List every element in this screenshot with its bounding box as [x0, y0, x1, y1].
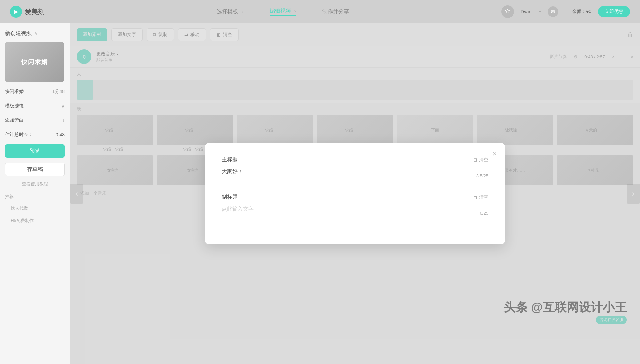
- sidebar-sub-item-1[interactable]: · 找人代做: [5, 205, 65, 212]
- text-edit-modal: × 主标题 🗑 清空 大家好！ 3.5/25 副标题: [205, 143, 505, 244]
- logo-text: 爱美刻: [25, 7, 45, 16]
- modal-section-title-1: 主标题: [222, 156, 238, 163]
- modal-section-header-2: 副标题 🗑 清空: [222, 194, 488, 201]
- modal-clear-subtitle-button[interactable]: 🗑 清空: [473, 194, 488, 200]
- header-nav: 选择模板 › 编辑视频 › 制作并分享: [65, 8, 501, 16]
- nav-arrow-1: ›: [241, 9, 243, 14]
- modal-subtitle-input[interactable]: 点此输入文字: [222, 206, 488, 216]
- sidebar-template-row: 快闪求婚 1分48: [5, 87, 65, 96]
- modal-clear-title-button[interactable]: 🗑 清空: [473, 157, 488, 163]
- modal-title-input-area[interactable]: 大家好！ 3.5/25: [222, 168, 488, 182]
- sidebar: 新创建视频 ✎ 快闪求婚 快闪求婚 1分48 模板滤镜 ∧ 添加旁白 ↓ 估计总…: [0, 23, 70, 364]
- project-title: 新创建视频 ✎: [5, 30, 65, 37]
- dropdown-icon[interactable]: ▾: [539, 9, 541, 14]
- save-draft-button[interactable]: 存草稿: [5, 163, 65, 176]
- template-preview: 快闪求婚: [5, 42, 64, 82]
- modal-section-header-1: 主标题 🗑 清空: [222, 156, 488, 163]
- filter-collapse-icon[interactable]: ∧: [61, 103, 65, 109]
- nav-step-2[interactable]: 编辑视频 ›: [270, 8, 296, 16]
- sidebar-sub-item-2[interactable]: · H5免费制作: [5, 217, 65, 224]
- nav-arrow-2: ›: [294, 8, 296, 14]
- avatar: Yo: [501, 5, 514, 18]
- logo-icon: ▶: [10, 6, 22, 18]
- main-layout: 新创建视频 ✎ 快闪求婚 快闪求婚 1分48 模板滤镜 ∧ 添加旁白 ↓ 估计总…: [0, 23, 640, 364]
- logo[interactable]: ▶ 爱美刻: [10, 6, 45, 18]
- header: ▶ 爱美刻 选择模板 › 编辑视频 › 制作并分享 Yo Dyani ▾ ✉ 余…: [0, 0, 640, 23]
- balance-display: 余额：¥0: [572, 9, 591, 15]
- nav-step-1[interactable]: 选择模板 ›: [217, 8, 243, 15]
- content-area: 添加素材 添加文字 ⧉ 复制 ⇄ 移动 🗑 清空 🗑 ♫: [70, 23, 640, 364]
- edit-title-icon[interactable]: ✎: [34, 31, 38, 36]
- modal-subtitle-char-count: 0/25: [480, 211, 488, 216]
- divider: [565, 7, 565, 17]
- modal-title-input[interactable]: 大家好！: [222, 168, 488, 178]
- user-name: Dyani: [521, 9, 533, 14]
- sidebar-section-label: 推荐: [5, 194, 65, 200]
- message-icon[interactable]: ✉: [548, 6, 558, 17]
- sidebar-filter-row[interactable]: 模板滤镜 ∧: [5, 101, 65, 111]
- upgrade-button[interactable]: 立即优惠: [598, 6, 630, 17]
- modal-section-title-2: 副标题: [222, 194, 238, 201]
- modal-overlay: × 主标题 🗑 清空 大家好！ 3.5/25 副标题: [70, 23, 640, 364]
- tutorial-link[interactable]: 查看使用教程: [5, 181, 65, 187]
- modal-subtitle-input-area[interactable]: 点此输入文字 0/25: [222, 206, 488, 219]
- modal-title-char-count: 3.5/25: [476, 173, 488, 178]
- sidebar-time-row: 估计总时长： 0:48: [5, 130, 65, 139]
- modal-title-section: 主标题 🗑 清空 大家好！ 3.5/25: [222, 156, 488, 182]
- header-right: Yo Dyani ▾ ✉ 余额：¥0 立即优惠: [501, 5, 630, 18]
- modal-close-button[interactable]: ×: [492, 150, 497, 158]
- nav-step-3[interactable]: 制作并分享: [322, 8, 349, 15]
- add-blank-icon: ↓: [62, 118, 65, 123]
- preview-button[interactable]: 预览: [5, 144, 65, 158]
- modal-subtitle-section: 副标题 🗑 清空 点此输入文字 0/25: [222, 194, 488, 219]
- sidebar-add-blank-row[interactable]: 添加旁白 ↓: [5, 116, 65, 125]
